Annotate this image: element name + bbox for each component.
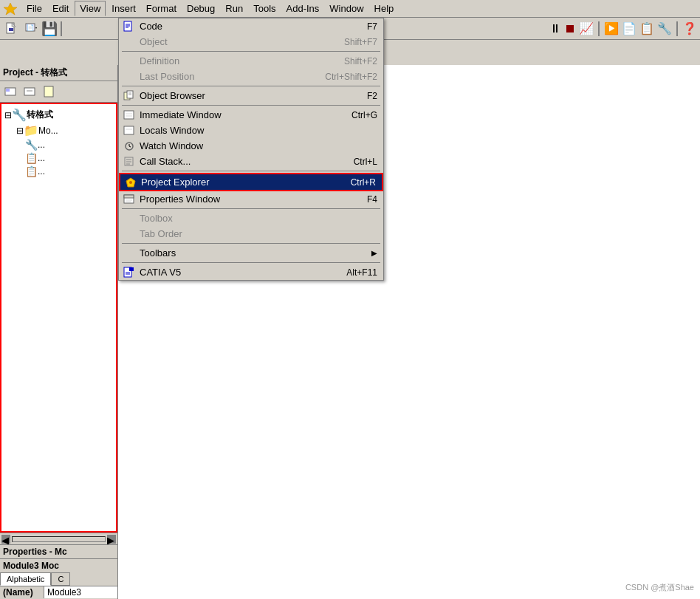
svg-marker-40 [129, 267, 134, 271]
tree-child-label[interactable]: Mo... [38, 126, 58, 136]
toolbars-arrow: ▶ [371, 249, 377, 257]
menu-last-position: Last Position Ctrl+Shift+F2 [119, 69, 383, 84]
tree-sub1-label[interactable]: ... [38, 140, 45, 150]
view-menu-dropdown[interactable]: Code F7 Object Shift+F7 Definition Shift… [118, 18, 384, 281]
menu-file[interactable]: File [22, 1, 47, 16]
toolbox-label: Toolbox [140, 213, 173, 224]
menu-watch[interactable]: Watch Window [119, 138, 383, 154]
toolbar-step2[interactable]: 📋 [639, 21, 654, 35]
toolbar-save[interactable]: 💾 [41, 21, 58, 37]
hscroll-track[interactable] [12, 536, 106, 542]
tree-sub3-label[interactable]: ... [38, 166, 45, 177]
properties-window-shortcut: F4 [367, 194, 377, 205]
menu-immediate[interactable]: Immediate Window Ctrl+G [119, 107, 383, 123]
svg-marker-7 [35, 27, 37, 29]
tree-sub2-label[interactable]: ... [38, 153, 45, 163]
catia-label: CATIA V5 [140, 267, 181, 278]
menu-edit[interactable]: Edit [48, 1, 73, 16]
properties-header: Properties - Mc [0, 545, 117, 559]
toolbar-dropdown[interactable]: 📄 [22, 20, 40, 38]
svg-text:📄: 📄 [27, 24, 34, 31]
proj-btn3[interactable] [40, 83, 58, 100]
toolbar-stop[interactable]: ⏹ [564, 22, 576, 35]
menu-catia-v5[interactable]: CATIA V5 Alt+F11 [119, 264, 383, 280]
object-browser-icon [122, 89, 137, 103]
tree-sub2-icon: 📋 [25, 152, 38, 164]
sep-g [122, 262, 380, 263]
sep-e [122, 208, 380, 209]
menu-call-stack[interactable]: Call Stack... Ctrl+L [119, 154, 383, 169]
toolbar-help[interactable]: ❓ [682, 21, 697, 35]
tree-item-child[interactable]: ⊟ 📁 Mo... [4, 123, 113, 138]
menu-object-browser[interactable]: Object Browser F2 [119, 88, 383, 103]
toolbar-pause[interactable]: ⏸ [549, 22, 561, 35]
menu-locals[interactable]: Locals Window [119, 123, 383, 138]
toolbar-new[interactable] [3, 20, 21, 38]
immediate-icon [122, 108, 137, 123]
immediate-label: Immediate Window [140, 109, 222, 120]
tree-item-sub3[interactable]: 📋 ... [4, 165, 113, 178]
watch-label: Watch Window [140, 140, 203, 151]
menu-code[interactable]: Code F7 [119, 18, 383, 34]
prop-val-name[interactable]: Module3 [44, 586, 117, 598]
last-position-shortcut: Ctrl+Shift+F2 [325, 72, 377, 82]
svg-marker-0 [4, 3, 17, 15]
properties-window-label: Properties Window [140, 194, 220, 205]
menu-project-explorer[interactable]: Project Explorer Ctrl+R [119, 173, 383, 191]
call-stack-icon [122, 154, 137, 169]
project-explorer-label: Project Explorer [141, 177, 209, 188]
svg-rect-21 [124, 111, 134, 119]
hscroll[interactable]: ◀ ▶ [0, 533, 117, 544]
menu-help[interactable]: Help [370, 1, 399, 16]
proj-btn1[interactable] [1, 83, 19, 100]
project-tree[interactable]: ⊟ 🔧 转格式 ⊟ 📁 Mo... 🔧 ... 📋 ... [0, 103, 117, 533]
menu-definition: Definition Shift+F2 [119, 53, 383, 69]
object-shortcut: Shift+F7 [344, 37, 377, 47]
svg-rect-10 [24, 88, 35, 95]
sep-d [122, 171, 380, 171]
menu-window[interactable]: Window [325, 1, 368, 16]
menu-run[interactable]: Run [221, 1, 247, 16]
menu-format[interactable]: Format [142, 1, 181, 16]
tree-item-sub2[interactable]: 📋 ... [4, 151, 113, 165]
tree-root-label[interactable]: 转格式 [27, 109, 53, 121]
toolbar-wrench[interactable]: 🔧 [657, 21, 672, 35]
locals-icon [122, 123, 137, 138]
svg-rect-36 [124, 195, 134, 198]
tree-item-root[interactable]: ⊟ 🔧 转格式 [4, 107, 113, 123]
tree-root-icon: 🔧 [12, 108, 27, 122]
svg-rect-9 [6, 89, 10, 92]
tab-alphabetic[interactable]: Alphabetic [0, 572, 51, 586]
code-icon [122, 19, 137, 34]
toolbar-chart1[interactable]: 📈 [579, 21, 594, 35]
object-icon [122, 35, 137, 49]
menu-insert[interactable]: Insert [107, 1, 140, 16]
tree-expand-icon: ⊟ [4, 110, 12, 120]
hscroll-left[interactable]: ◀ [1, 535, 10, 544]
toolbar-run-macro[interactable]: ▶️ [604, 21, 619, 35]
hscroll-right[interactable]: ▶ [107, 535, 116, 544]
tree-sub1-icon: 🔧 [25, 139, 38, 151]
menu-tab-order: Tab Order [119, 226, 383, 242]
menu-tools[interactable]: Tools [249, 1, 280, 16]
svg-rect-24 [124, 126, 134, 134]
proj-btn2[interactable] [21, 83, 38, 100]
menu-addins[interactable]: Add-Ins [282, 1, 324, 16]
definition-label: Definition [140, 55, 179, 66]
sep2 [598, 21, 600, 36]
menubar: File Edit View Insert Format Debug Run T… [0, 0, 700, 18]
menu-view[interactable]: View [75, 1, 106, 16]
menu-toolbars[interactable]: Toolbars ▶ [119, 245, 383, 261]
menu-debug[interactable]: Debug [182, 1, 219, 16]
toolbars-label: Toolbars [140, 247, 176, 259]
properties-module: Module3 Moc [0, 559, 117, 572]
menu-properties-window[interactable]: Properties Window F4 [119, 191, 383, 207]
tab-categorized[interactable]: C [51, 572, 70, 586]
last-position-label: Last Position [140, 71, 194, 82]
tree-item-sub1[interactable]: 🔧 ... [4, 138, 113, 151]
toolbar-step1[interactable]: 📄 [622, 21, 636, 35]
project-toolbar [0, 81, 117, 103]
svg-rect-12 [44, 86, 53, 97]
tree-sub3-icon: 📋 [25, 165, 38, 177]
tab-order-label: Tab Order [140, 228, 182, 239]
